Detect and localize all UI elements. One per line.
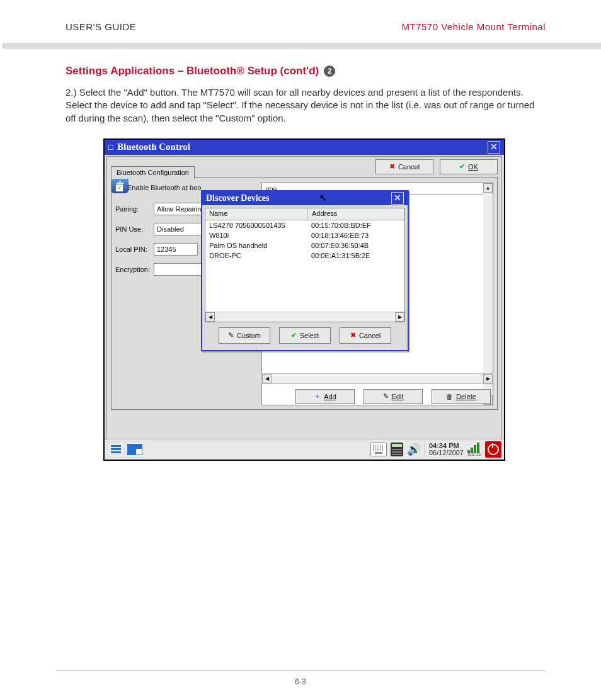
dialog-cancel-label: Cancel — [359, 332, 381, 339]
device-list-header: Name Address — [205, 208, 404, 220]
dialog-titlebar[interactable]: Discover Devices ↖ ✕ — [202, 191, 408, 205]
cancel-button[interactable]: ✖ Cancel — [375, 159, 433, 174]
horizontal-scrollbar[interactable]: ◀ ▶ — [261, 373, 493, 384]
cell-name: DROE-PC — [205, 251, 307, 261]
volume-icon[interactable]: 🔊 — [407, 443, 421, 456]
col-name[interactable]: Name — [205, 208, 308, 220]
device-list[interactable]: Name Address LS4278 7056000501435 00:15:… — [205, 208, 405, 322]
discover-devices-dialog: Discover Devices ↖ ✕ Name Address LS4278… — [201, 190, 409, 351]
scroll-right-icon[interactable]: ▶ — [395, 312, 404, 322]
scroll-right-icon[interactable]: ▶ — [483, 374, 493, 383]
mouse-cursor-icon: ↖ — [319, 193, 327, 203]
header-divider — [3, 43, 601, 48]
cancel-icon: ✖ — [389, 162, 395, 171]
power-icon — [488, 444, 499, 455]
start-menu-icon[interactable] — [107, 441, 125, 458]
list-item[interactable]: Palm OS handheld 00:07:E0:36:50:4B — [205, 240, 404, 251]
pencil-icon: ✎ — [228, 331, 234, 339]
dialog-body: Name Address LS4278 7056000501435 00:15:… — [202, 205, 408, 350]
localpin-row: Local PIN: 12345 — [115, 243, 198, 256]
trash-icon: 🗑 — [446, 393, 453, 400]
section-title-text: Settings Applications – Bluetooth® Setup… — [66, 65, 319, 77]
clock-date: 06/12/2007 — [429, 449, 464, 456]
window-title: Bluetooth Control — [117, 142, 190, 152]
dialog-cancel-button[interactable]: ✖ Cancel — [340, 327, 391, 344]
check-icon: ✔ — [291, 331, 297, 339]
close-icon[interactable]: ✕ — [488, 141, 500, 154]
cancel-icon: ✖ — [350, 331, 356, 339]
pairing-label: Pairing: — [115, 205, 150, 213]
dialog-button-row: ✎ Custom ✔ Select ✖ Cancel — [205, 322, 405, 347]
list-item[interactable]: W810i 00:18:13:46:EB:73 — [205, 230, 404, 240]
delete-button[interactable]: 🗑 Delete — [432, 389, 491, 404]
cell-name: LS4278 7056000501435 — [205, 220, 307, 230]
edit-label: Edit — [392, 393, 404, 400]
top-button-row: ✖ Cancel ✔ OK — [375, 159, 498, 174]
localpin-input[interactable]: 12345 — [154, 243, 198, 256]
pinuse-label: PIN Use: — [115, 225, 150, 233]
wifi-indicator[interactable]: 802.11 — [467, 442, 481, 456]
cell-address: 00:0E:A1:31:5B:2E — [307, 251, 374, 261]
list-item[interactable]: LS4278 7056000501435 00:15:70:0B:BD:EF — [205, 220, 404, 230]
cell-address: 00:07:E0:36:50:4B — [307, 240, 372, 251]
scroll-left-icon[interactable]: ◀ — [262, 374, 272, 383]
select-label: Select — [300, 332, 319, 339]
dialog-close-icon[interactable]: ✕ — [391, 192, 404, 205]
wifi-standard: 802.11 — [467, 452, 481, 456]
list-item[interactable]: DROE-PC 00:0E:A1:31:5B:2E — [205, 251, 404, 261]
window-titlebar[interactable]: Bluetooth Control ✕ — [105, 140, 504, 155]
enable-row: ✓ Enable Bluetooth at boo — [115, 184, 201, 192]
taskbar-right: 🔊 04:34 PM 06/12/2007 802.11 — [370, 441, 501, 458]
select-button[interactable]: ✔ Select — [279, 327, 331, 344]
add-label: Add — [324, 393, 336, 400]
page-number: 6-3 — [295, 677, 306, 686]
scroll-up-icon[interactable]: ▲ — [483, 183, 493, 193]
show-desktop-icon[interactable] — [126, 441, 144, 458]
clock[interactable]: 04:34 PM 06/12/2007 — [425, 443, 464, 456]
enable-checkbox[interactable]: ✓ — [115, 184, 123, 192]
custom-button[interactable]: ✎ Custom — [219, 327, 270, 344]
list-h-scrollbar[interactable]: ◀ ▶ — [205, 312, 404, 322]
delete-label: Delete — [456, 393, 476, 400]
cell-name: Palm OS handheld — [205, 240, 307, 251]
header-left: USER'S GUIDE — [66, 21, 136, 32]
header-right: MT7570 Vehicle Mount Terminal — [402, 21, 546, 32]
edit-button[interactable]: ✎ Edit — [363, 389, 423, 404]
body-paragraph: 2.) Select the "Add" button. The MT7570 … — [66, 86, 546, 125]
step-badge: 2 — [324, 65, 335, 77]
section-title: Settings Applications – Bluetooth® Setup… — [66, 65, 546, 77]
encryption-label: Encryption: — [115, 266, 150, 273]
taskbar: 🔊 04:34 PM 06/12/2007 802.11 — [105, 439, 504, 460]
plus-icon: ＋ — [314, 392, 321, 401]
screenshot-figure: Bluetooth Control ✕ ∗ ✖ Cancel ✔ OK Blue… — [103, 138, 505, 461]
keyboard-icon[interactable] — [370, 443, 387, 456]
localpin-label: Local PIN: — [115, 246, 150, 253]
cell-address: 00:18:13:46:EB:73 — [307, 230, 372, 240]
ok-button[interactable]: ✔ OK — [440, 159, 498, 174]
ok-label: OK — [468, 163, 478, 171]
ok-icon: ✔ — [459, 162, 465, 171]
pencil-icon: ✎ — [383, 392, 389, 400]
tab-label[interactable]: Bluetooth Configuration — [111, 166, 195, 179]
add-edit-delete-row: ＋ Add ✎ Edit 🗑 Delete — [295, 389, 491, 404]
page-header: USER'S GUIDE MT7570 Vehicle Mount Termin… — [66, 21, 546, 32]
enable-label: Enable Bluetooth at boo — [127, 184, 201, 191]
document-page: USER'S GUIDE MT7570 Vehicle Mount Termin… — [0, 0, 601, 700]
taskbar-left — [107, 441, 144, 458]
cancel-label: Cancel — [398, 163, 420, 171]
calculator-icon[interactable] — [391, 443, 403, 456]
vertical-scrollbar[interactable]: ▲ ▼ — [483, 183, 493, 405]
sysmenu-icon[interactable] — [108, 145, 113, 150]
cell-address: 00:15:70:0B:BD:EF — [307, 220, 375, 230]
col-address[interactable]: Address — [308, 208, 404, 220]
custom-label: Custom — [237, 332, 261, 339]
power-button[interactable] — [485, 441, 501, 458]
add-button[interactable]: ＋ Add — [295, 389, 355, 404]
page-footer: 6-3 — [55, 670, 546, 686]
cell-name: W810i — [205, 230, 307, 240]
scroll-left-icon[interactable]: ◀ — [205, 312, 215, 322]
dialog-title: Discover Devices — [206, 193, 269, 203]
